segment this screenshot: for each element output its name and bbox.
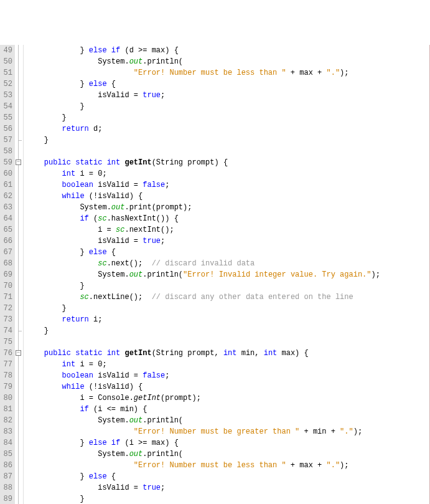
code-area[interactable]: } else if (d >= max) { System.out.printl… [24,45,429,504]
code-line[interactable]: i = Console.getInt(prompt); [26,392,429,404]
code-line[interactable]: i = sc.nextInt(); [26,224,429,235]
line-number: 65 [1,224,12,235]
line-number: 75 [1,336,12,348]
code-line[interactable]: } else { [26,247,429,258]
fold-toggle[interactable]: − [16,159,21,165]
line-number: 86 [1,460,12,471]
code-line[interactable]: System.out.println( [26,56,429,67]
code-line[interactable]: public static int getInt(String prompt, … [26,348,429,359]
line-number: 58 [1,146,12,157]
line-number: 63 [1,202,12,213]
line-number: 61 [1,179,12,191]
code-line[interactable]: System.out.print(prompt); [26,202,429,213]
line-number: 67 [1,247,12,258]
line-number: 74 [1,325,12,336]
code-line[interactable]: } [26,325,429,336]
code-line[interactable]: int i = 0; [26,359,429,370]
code-line[interactable]: } [26,280,429,292]
code-line[interactable] [26,146,429,157]
line-number: 76 [1,348,12,359]
line-number: 64 [1,213,12,224]
code-editor: 4950515253545556575859606162636465666768… [0,45,430,504]
line-number: 79 [1,381,12,392]
code-line[interactable]: while (!isValid) { [26,191,429,202]
code-line[interactable]: } [26,493,429,504]
line-number: 89 [1,493,12,504]
code-line[interactable]: isValid = true; [26,235,429,247]
line-number: 69 [1,269,12,280]
code-line[interactable] [26,336,429,348]
code-line[interactable]: } else { [26,78,429,90]
line-number: 73 [1,314,12,325]
line-number: 70 [1,280,12,292]
code-line[interactable]: System.out.println( [26,449,429,460]
line-number: 60 [1,168,12,179]
code-line[interactable]: public static int getInt(String prompt) … [26,157,429,168]
code-line[interactable]: isValid = true; [26,90,429,101]
line-number: 78 [1,370,12,381]
code-line[interactable]: System.out.println("Error! Invalid integ… [26,269,429,280]
line-number: 87 [1,471,12,482]
line-number: 50 [1,56,12,67]
line-number: 55 [1,112,12,123]
line-number: 88 [1,482,12,493]
code-line[interactable]: if (sc.hasNextInt()) { [26,213,429,224]
code-line[interactable]: sc.nextLine(); // discard any other data… [26,292,429,303]
code-line[interactable]: } [26,101,429,112]
fold-end [18,137,22,141]
line-number: 84 [1,437,12,449]
line-number: 71 [1,292,12,303]
code-line[interactable]: isValid = true; [26,482,429,493]
line-number: 82 [1,415,12,426]
line-number: 83 [1,426,12,437]
line-number: 85 [1,449,12,460]
code-line[interactable]: boolean isValid = false; [26,179,429,191]
line-number: 53 [1,90,12,101]
code-line[interactable]: System.out.println( [26,415,429,426]
line-number: 72 [1,303,12,314]
line-number: 59 [1,157,12,168]
line-number: 56 [1,123,12,135]
line-number: 57 [1,135,12,146]
code-line[interactable]: while (!isValid) { [26,381,429,392]
code-line[interactable]: return d; [26,123,429,135]
line-number: 62 [1,191,12,202]
code-line[interactable]: } else if (d >= max) { [26,45,429,56]
line-number: 80 [1,392,12,404]
code-line[interactable]: } else if (i >= max) { [26,437,429,449]
line-number: 68 [1,258,12,269]
code-line[interactable]: int i = 0; [26,168,429,179]
code-line[interactable]: } [26,135,429,146]
code-line[interactable]: "Error! Number must be less than " + max… [26,460,429,471]
fold-end [18,328,22,331]
code-line[interactable]: sc.next(); // discard invalid data [26,258,429,269]
code-line[interactable]: "Error! Number must be greater than " + … [26,426,429,437]
code-line[interactable]: return i; [26,314,429,325]
line-number: 77 [1,359,12,370]
line-number: 81 [1,404,12,415]
code-line[interactable]: } [26,303,429,314]
code-line[interactable]: } [26,112,429,123]
fold-gutter: −− [15,45,24,504]
code-line[interactable]: "Error! Number must be less than " + max… [26,67,429,78]
fold-toggle[interactable]: − [16,350,21,356]
line-number: 51 [1,67,12,78]
line-number-gutter: 4950515253545556575859606162636465666768… [0,45,15,504]
line-number: 52 [1,78,12,90]
line-number: 54 [1,101,12,112]
code-line[interactable]: } else { [26,471,429,482]
line-number: 49 [1,45,12,56]
line-number: 66 [1,235,12,247]
code-line[interactable]: if (i <= min) { [26,404,429,415]
code-line[interactable]: boolean isValid = false; [26,370,429,381]
